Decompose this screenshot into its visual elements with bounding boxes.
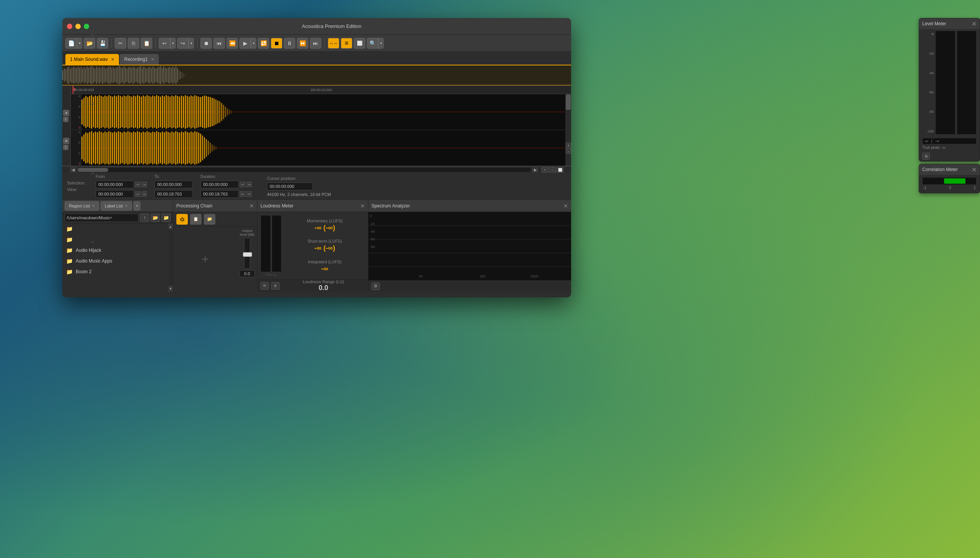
chain-open-button[interactable]: 📋 [190, 214, 201, 225]
record-button[interactable]: ⏺ [200, 38, 212, 49]
loudness-pause-button[interactable]: ⏸ [271, 282, 280, 290]
undo-dropdown-arrow[interactable]: ▾ [170, 38, 175, 49]
list-item[interactable]: 📁 [62, 234, 173, 245]
play-dropdown[interactable]: ▶ ▾ [239, 38, 256, 49]
search-dropdown[interactable]: 🔍 ▾ [367, 38, 384, 49]
list-item[interactable]: 📁 [62, 223, 173, 234]
label-list-tab[interactable]: Label List ✕ [101, 201, 132, 210]
waveform-editor[interactable]: ▣ ⇕ ▣ ⇕ ▼ 00:00:00:000 |00:00:10 [62, 86, 571, 166]
save-button[interactable]: 💾 [97, 38, 108, 49]
play-dropdown-arrow[interactable]: ▾ [251, 38, 256, 49]
cursor-position-field[interactable]: 00:00:00:000 [267, 182, 313, 190]
new-dropdown[interactable]: 📄 ▾ [65, 38, 82, 49]
undo-dropdown[interactable]: ↩ ▾ [159, 38, 175, 49]
search-button[interactable]: 🔍 [367, 38, 378, 49]
path-up-button[interactable]: ↑ [140, 213, 149, 222]
play-button[interactable]: ▶ [239, 38, 251, 49]
cut-button[interactable]: ✂ [115, 38, 126, 49]
view-duration-field[interactable]: 00:00:18:763 [200, 190, 239, 198]
overview-waveform-area[interactable] [62, 65, 571, 86]
correlation-close-button[interactable]: ✕ [972, 166, 977, 173]
minimize-button[interactable] [75, 24, 81, 29]
pause-button[interactable]: ⏸ [284, 38, 295, 49]
spectrum-close-button[interactable]: ✕ [563, 203, 568, 209]
fit-view-button[interactable]: ⬜ [556, 167, 563, 172]
chain-save-button[interactable]: 📁 [204, 214, 215, 225]
selection-from-undo[interactable]: ↩ [135, 182, 141, 187]
undo-button[interactable]: ↩ [159, 38, 170, 49]
list-item[interactable]: 📁 Boom 2 [62, 266, 173, 277]
scroll-right-button[interactable]: ▶ [532, 167, 538, 172]
chain-close-button[interactable]: ✕ [249, 203, 254, 209]
new-button[interactable]: 📄 [65, 38, 77, 49]
list-item[interactable]: 📁 Audio Hijack [62, 245, 173, 256]
vertical-scrollbar-thumb[interactable] [566, 95, 571, 110]
view-to-field[interactable]: 00:00:18:763 [155, 190, 193, 198]
selection-duration-field[interactable]: 00:00:00:000 [200, 181, 239, 188]
tab-main-sound-close[interactable]: ✕ [111, 57, 115, 62]
loudness-reset-button[interactable]: ⟳ [260, 282, 269, 290]
view-dur-redo[interactable]: ↪ [246, 191, 252, 197]
chain-empty-area[interactable]: + [173, 226, 237, 292]
redo-dropdown[interactable]: ↪ ▾ [177, 38, 194, 49]
label-list-tab-close[interactable]: ✕ [125, 204, 128, 208]
sel-dur-undo[interactable]: ↩ [240, 182, 245, 187]
zoom-out-button[interactable]: - [566, 148, 571, 154]
panel-dropdown-button[interactable]: ▾ [134, 201, 141, 210]
tab-recording1[interactable]: Recording1 ✕ [120, 54, 159, 65]
fast-forward-button[interactable]: ⏩ [297, 38, 308, 49]
list-item[interactable]: 📁 Audio Music Apps [62, 256, 173, 266]
go-start-button[interactable]: ⏮ [213, 38, 225, 49]
go-end-button[interactable]: ⏭ [310, 38, 321, 49]
selection-from-redo[interactable]: ↪ [142, 182, 147, 187]
chain-power-button[interactable]: ⏻ [176, 214, 188, 225]
tab-recording1-close[interactable]: ✕ [151, 57, 154, 62]
view-from-redo[interactable]: ↪ [142, 191, 147, 197]
horizontal-scrollbar[interactable]: ◀ ▶ + - ⬜ [62, 166, 571, 173]
fader-track[interactable] [244, 238, 250, 269]
waveform-tracks[interactable]: -6 -8 -6 0 [71, 94, 571, 166]
new-dropdown-arrow[interactable]: ▾ [77, 38, 82, 49]
zoom-out-h-button[interactable]: - [549, 167, 556, 172]
search-dropdown-arrow[interactable]: ▾ [378, 38, 384, 49]
scrollbar-track[interactable] [78, 168, 530, 172]
scroll-left-button[interactable]: ◀ [70, 167, 76, 172]
path-select[interactable]: /Users/macdown/Music ▾ [65, 213, 139, 222]
view-from-undo[interactable]: ↩ [135, 191, 141, 197]
auto-scroll-button[interactable]: ↔↔ [328, 38, 339, 49]
vertical-scrollbar[interactable]: + - [565, 94, 571, 166]
selection-to-field[interactable]: 00:00:00:000 [155, 181, 193, 188]
spectrum-settings-button[interactable]: ⚙ [371, 282, 380, 290]
channel1-track[interactable]: -6 -8 -6 0 [71, 94, 571, 130]
zoom-in-button[interactable]: + [566, 143, 571, 148]
level-meter-settings-button[interactable]: ⚙ [922, 153, 930, 159]
loop-button[interactable]: 🔁 [258, 38, 269, 49]
redo-button[interactable]: ↪ [177, 38, 188, 49]
close-button[interactable] [67, 24, 72, 29]
file-list-scrollbar[interactable]: ▲ ▼ [168, 223, 173, 292]
selection-from-field[interactable]: 00:00:00:000 [96, 181, 134, 188]
loudness-close-button[interactable]: ✕ [360, 203, 365, 209]
maximize-button[interactable] [84, 24, 89, 29]
file-list[interactable]: 📁 📁 📁 Audio Hijack 📁 Audio Music Apps 📁 [62, 223, 173, 292]
channel2-track[interactable]: -6 -8 -6 0 [71, 130, 571, 166]
fader-thumb[interactable] [243, 252, 252, 257]
view-dur-undo[interactable]: ↩ [240, 191, 245, 197]
chain-add-button[interactable]: + [201, 252, 209, 266]
view-from-field[interactable]: 00:00:00:000 [96, 190, 134, 198]
path-folder-button[interactable]: 📁 [162, 213, 170, 222]
scrollbar-up-arrow[interactable]: ▲ [168, 223, 173, 230]
sel-dur-redo[interactable]: ↪ [246, 182, 252, 187]
paste-button[interactable]: 📋 [141, 38, 152, 49]
zoom-in-h-button[interactable]: + [541, 167, 548, 172]
copy-button[interactable]: ⎘ [128, 38, 139, 49]
waveform-main-area[interactable]: ▼ 00:00:00:000 |00:00:10:000 -6 -8 -6 0 [71, 86, 571, 166]
fit-button[interactable]: ⬜ [354, 38, 365, 49]
stop-button[interactable]: ⏹ [271, 38, 282, 49]
layers-button[interactable]: ≡ [341, 38, 352, 49]
rewind-button[interactable]: ⏪ [226, 38, 238, 49]
path-open-button[interactable]: 📂 [151, 213, 160, 222]
redo-dropdown-arrow[interactable]: ▾ [188, 38, 194, 49]
level-meter-close-button[interactable]: ✕ [972, 20, 977, 28]
fader-value-display[interactable]: 0.0 [239, 270, 255, 277]
